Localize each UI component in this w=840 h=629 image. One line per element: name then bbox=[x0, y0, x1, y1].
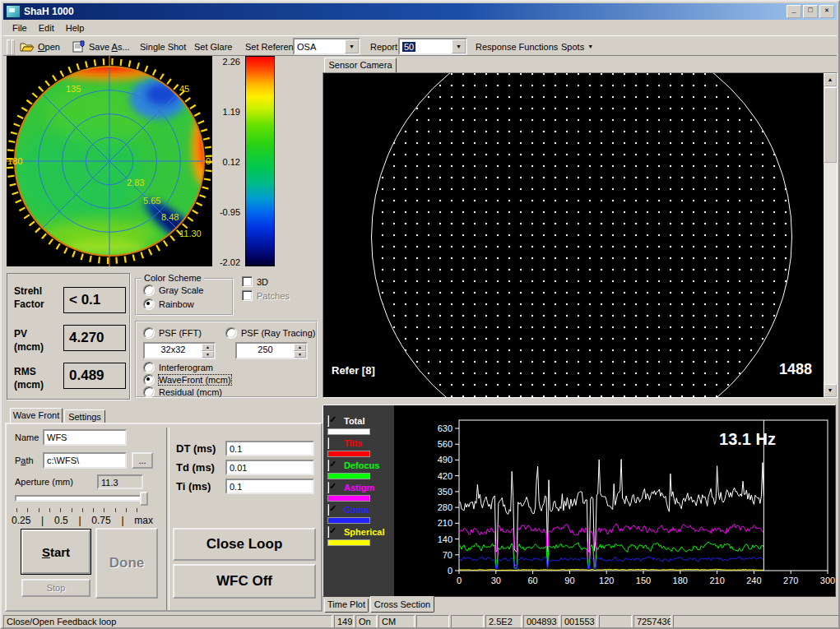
rms-value: 0.489 bbox=[63, 363, 126, 389]
camera-scrollbar[interactable]: ▲ ▼ bbox=[824, 73, 837, 397]
tab-settings[interactable]: Settings bbox=[64, 409, 105, 423]
menu-item-edit[interactable]: Edit bbox=[33, 21, 60, 35]
chevron-down-icon: ▼ bbox=[587, 44, 593, 49]
3d-checkbox[interactable]: 3D bbox=[242, 276, 268, 287]
svg-text:180: 180 bbox=[673, 576, 688, 585]
wavefront-radio[interactable]: WaveFront (mcm) bbox=[143, 374, 231, 386]
single-shot-button[interactable]: Single Shot bbox=[137, 38, 189, 55]
psf-fft-size-spinner[interactable]: 32x32 ▲▼ bbox=[143, 342, 216, 359]
aperture-slider-track[interactable] bbox=[15, 495, 148, 502]
legend-item-spherical: Spherical bbox=[327, 527, 329, 537]
done-button[interactable]: Done bbox=[95, 528, 158, 599]
legend-item-astigm: Astigm bbox=[327, 483, 329, 493]
aperture-slider-thumb[interactable] bbox=[140, 492, 148, 506]
svg-text:560: 560 bbox=[438, 439, 452, 449]
psf-ray-tracing-radio[interactable]: PSF (Ray Tracing) bbox=[225, 327, 315, 339]
aperture-scale: 0.25|0.5|0.75|max bbox=[12, 515, 153, 526]
legend-label: Coma bbox=[344, 505, 369, 515]
psf-fft-radio[interactable]: PSF (FFT) bbox=[143, 327, 202, 339]
time-plot-panel: TotalTiltsDefocusAstigmComaSpherical 630… bbox=[323, 405, 836, 597]
set-glare-button[interactable]: Set Glare bbox=[191, 38, 235, 55]
reference-combobox[interactable]: OSA ▼ bbox=[293, 38, 360, 55]
legend-checkbox-defocus[interactable] bbox=[327, 460, 329, 471]
spin-up-icon[interactable]: ▲ bbox=[294, 344, 306, 351]
spin-down-icon[interactable]: ▼ bbox=[202, 351, 214, 358]
chevron-down-icon[interactable]: ▼ bbox=[345, 39, 359, 53]
open-folder-icon bbox=[20, 41, 35, 53]
legend-label: Defocus bbox=[344, 460, 379, 470]
interferogram-radio[interactable]: Interferogram bbox=[143, 362, 213, 373]
legend-checkbox-tilts[interactable] bbox=[327, 437, 329, 449]
patches-checkbox[interactable]: Patches bbox=[242, 290, 290, 301]
checkbox-icon[interactable] bbox=[242, 290, 253, 301]
radio-icon[interactable] bbox=[143, 374, 155, 386]
aperture-scale-label: | bbox=[78, 515, 81, 526]
close-loop-button[interactable]: Close Loop bbox=[173, 528, 316, 561]
menu-item-file[interactable]: File bbox=[7, 21, 33, 35]
report-combobox[interactable]: 50 ▼ bbox=[398, 38, 467, 55]
legend-color-bar bbox=[327, 428, 370, 435]
close-button[interactable]: ✕ bbox=[819, 5, 834, 18]
radio-icon[interactable] bbox=[143, 362, 155, 373]
radio-icon[interactable] bbox=[143, 298, 155, 310]
window-title: ShaH 1000 bbox=[24, 6, 74, 17]
response-functions-button[interactable]: Response Functions bbox=[472, 38, 561, 55]
rms-label: RMS bbox=[14, 366, 36, 377]
legend-checkbox-astigm[interactable] bbox=[327, 482, 329, 493]
radio-icon[interactable] bbox=[143, 284, 155, 296]
path-input[interactable]: c:\WFS\ bbox=[43, 452, 127, 469]
spin-up-icon[interactable]: ▲ bbox=[202, 344, 214, 351]
scrollbar-thumb[interactable] bbox=[824, 87, 837, 163]
tab-time-plot[interactable]: Time Plot bbox=[324, 599, 369, 613]
dt-input[interactable]: 0.1 bbox=[225, 441, 314, 456]
scroll-up-icon[interactable]: ▲ bbox=[824, 73, 837, 86]
toolbar: Open Save As... Single Shot Set Glare Se… bbox=[3, 35, 837, 56]
wfc-off-button[interactable]: WFC Off bbox=[173, 564, 316, 599]
stop-button[interactable]: Stop bbox=[21, 579, 90, 597]
legend-label: Tilts bbox=[344, 438, 362, 448]
status-cell bbox=[673, 615, 840, 629]
toolbar-grip[interactable] bbox=[11, 39, 15, 55]
spin-down-icon[interactable]: ▼ bbox=[294, 351, 306, 358]
radio-icon[interactable] bbox=[225, 327, 237, 339]
time-plot-svg: 6305604904203502802101407000306090120150… bbox=[394, 405, 835, 596]
minimize-button[interactable]: _ bbox=[787, 5, 801, 18]
spots-dropdown-button[interactable]: Spots ▼ bbox=[558, 38, 596, 55]
open-button[interactable]: Open bbox=[16, 38, 63, 55]
td-input[interactable]: 0.01 bbox=[225, 460, 314, 475]
psf-group: PSF (FFT) PSF (Ray Tracing) 32x32 ▲▼ 250… bbox=[135, 321, 318, 398]
svg-text:210: 210 bbox=[709, 576, 724, 585]
tab-cross-section[interactable]: Cross Section bbox=[370, 596, 434, 613]
residual-radio[interactable]: Residual (mcm) bbox=[143, 386, 222, 398]
radio-icon[interactable] bbox=[143, 327, 155, 339]
divider bbox=[166, 428, 169, 610]
tab-wave-front[interactable]: Wave Front bbox=[10, 408, 63, 423]
scroll-down-icon[interactable]: ▼ bbox=[824, 384, 837, 397]
legend-checkbox-spherical[interactable] bbox=[327, 526, 329, 538]
start-button[interactable]: Start bbox=[21, 530, 90, 574]
chevron-down-icon[interactable]: ▼ bbox=[452, 39, 466, 53]
menu-item-help[interactable]: Help bbox=[60, 21, 90, 35]
ti-input[interactable]: 0.1 bbox=[225, 479, 314, 494]
svg-text:90: 90 bbox=[564, 576, 574, 585]
td-label: Td (ms) bbox=[176, 461, 215, 474]
status-cell: 001553 bbox=[561, 615, 597, 629]
maximize-button[interactable]: □ bbox=[803, 5, 818, 18]
svg-text:70: 70 bbox=[443, 550, 452, 560]
tab-sensor-camera[interactable]: Sensor Camera bbox=[324, 58, 397, 73]
svg-text:150: 150 bbox=[636, 576, 651, 585]
legend-checkbox-coma[interactable] bbox=[327, 504, 329, 516]
checkbox-icon[interactable] bbox=[242, 276, 253, 287]
legend-item-total: Total bbox=[327, 416, 329, 426]
legend-item-coma: Coma bbox=[327, 505, 329, 515]
name-input[interactable]: WFS bbox=[43, 429, 127, 446]
radio-icon[interactable] bbox=[143, 386, 155, 398]
rainbow-radio[interactable]: Rainbow bbox=[143, 298, 194, 310]
save-as-button[interactable]: Save As... bbox=[69, 38, 133, 55]
gray-scale-radio[interactable]: Gray Scale bbox=[143, 284, 203, 296]
browse-button[interactable]: ... bbox=[132, 452, 153, 469]
status-cell: On bbox=[355, 615, 377, 629]
legend-checkbox-total[interactable] bbox=[327, 415, 329, 427]
status-cell: 004893 bbox=[523, 615, 559, 629]
psf-ray-size-spinner[interactable]: 250 ▲▼ bbox=[235, 342, 308, 359]
